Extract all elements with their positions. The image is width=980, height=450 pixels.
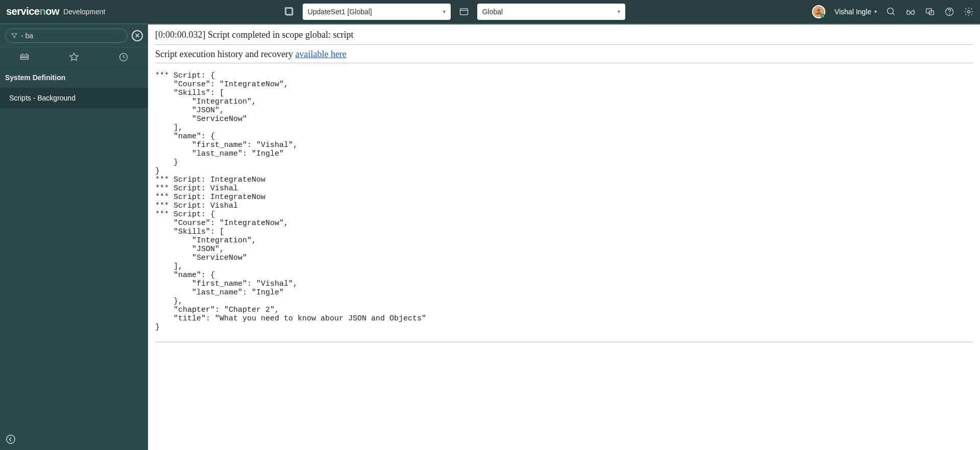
svg-point-13 [968, 10, 970, 13]
tab-all-apps[interactable] [0, 47, 50, 67]
app-header: servicenow Development UpdateSet1 [Globa… [0, 0, 980, 24]
scope-selector[interactable]: Global ▾ [477, 4, 625, 20]
tab-favorites[interactable] [50, 47, 99, 67]
glasses-icon[interactable] [905, 7, 916, 17]
logo: servicenow [6, 6, 59, 17]
svg-rect-2 [460, 9, 468, 15]
clear-filter-button[interactable]: ✕ [132, 30, 143, 41]
svg-line-6 [893, 13, 895, 15]
nav-item-scripts-background[interactable]: Scripts - Background [0, 88, 148, 108]
user-menu[interactable]: Vishal Ingle ▾ [835, 8, 877, 16]
gear-icon[interactable] [964, 7, 974, 17]
logo-part-n: n [39, 6, 45, 17]
script-status-line: [0:00:00.032] Script completed in scope … [155, 30, 973, 45]
svg-point-4 [817, 9, 820, 11]
avatar[interactable] [812, 5, 825, 18]
filter-input[interactable] [21, 32, 122, 40]
help-icon[interactable] [944, 7, 954, 17]
filter-row: ✕ [0, 24, 148, 47]
logo-part-ow: ow [45, 6, 59, 17]
header-center: UpdateSet1 [Global] ▾ Global ▾ [284, 4, 625, 20]
updateset-icon[interactable] [284, 7, 295, 17]
scope-icon[interactable] [459, 7, 469, 17]
search-icon[interactable] [886, 7, 896, 17]
svg-point-5 [888, 8, 894, 14]
chat-icon[interactable] [925, 7, 935, 17]
updateset-selector[interactable]: UpdateSet1 [Global] ▾ [303, 4, 451, 20]
collapse-sidebar-button[interactable] [5, 434, 16, 447]
main-content: [0:00:00.032] Script completed in scope … [148, 24, 980, 450]
svg-rect-15 [21, 58, 29, 59]
script-output: *** Script: { "Course": "IntegrateNow", … [155, 71, 973, 342]
svg-rect-14 [21, 55, 29, 57]
svg-point-12 [949, 13, 950, 14]
sidebar: ✕ System Definition Scripts - Background [0, 24, 148, 450]
scope-value: Global [482, 8, 503, 16]
updateset-value: UpdateSet1 [Global] [308, 8, 372, 16]
chevron-down-icon: ▾ [443, 9, 446, 14]
svg-point-19 [7, 435, 15, 444]
nav-category[interactable]: System Definition [0, 67, 148, 88]
chevron-down-icon: ▾ [618, 9, 620, 14]
history-link[interactable]: available here [295, 49, 346, 59]
tab-history[interactable] [99, 47, 148, 67]
presence-indicator [821, 14, 825, 18]
script-history-line: Script execution history and recovery av… [155, 49, 973, 63]
logo-block: servicenow Development [6, 6, 105, 17]
header-right: Vishal Ingle ▾ [812, 5, 974, 18]
environment-label: Development [63, 8, 106, 16]
username-label: Vishal Ingle [835, 8, 871, 16]
chevron-down-icon: ▾ [874, 9, 877, 14]
logo-part-service: service [6, 6, 39, 17]
filter-input-wrap[interactable] [5, 29, 128, 43]
history-prefix: Script execution history and recovery [155, 49, 295, 59]
sidebar-tabbar [0, 47, 148, 67]
filter-icon [11, 32, 18, 39]
